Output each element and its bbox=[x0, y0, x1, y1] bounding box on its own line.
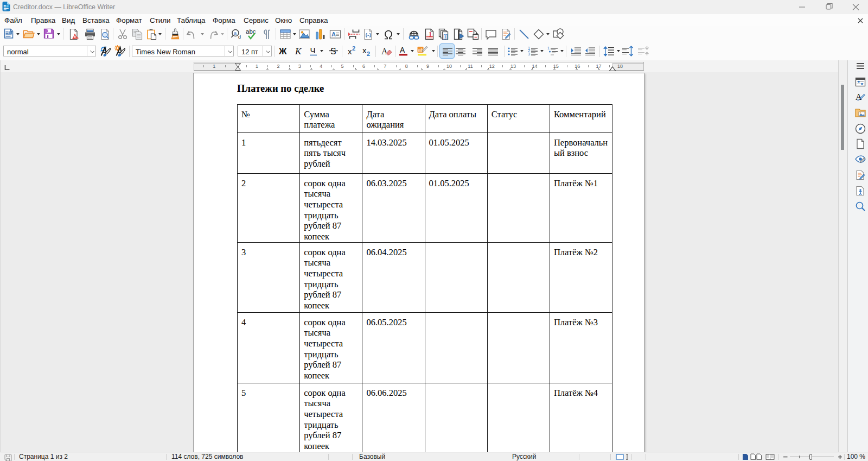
svg-text:d: d bbox=[238, 34, 241, 40]
svg-text:2: 2 bbox=[352, 45, 355, 52]
svg-text:2: 2 bbox=[367, 50, 370, 57]
svg-text:1: 1 bbox=[547, 46, 550, 50]
svg-text:a: a bbox=[234, 30, 237, 36]
svg-text:A: A bbox=[331, 31, 336, 37]
svg-text:Ж: Ж bbox=[278, 47, 287, 56]
svg-text:[i]: [i] bbox=[443, 33, 448, 40]
svg-text:3: 3 bbox=[528, 52, 530, 56]
svg-text:Ч: Ч bbox=[310, 46, 316, 55]
svg-text:x: x bbox=[362, 46, 367, 55]
svg-text:x: x bbox=[348, 47, 352, 56]
svg-text:S: S bbox=[330, 47, 336, 56]
svg-text:А: А bbox=[400, 46, 405, 54]
svg-text:К: К bbox=[295, 46, 302, 56]
